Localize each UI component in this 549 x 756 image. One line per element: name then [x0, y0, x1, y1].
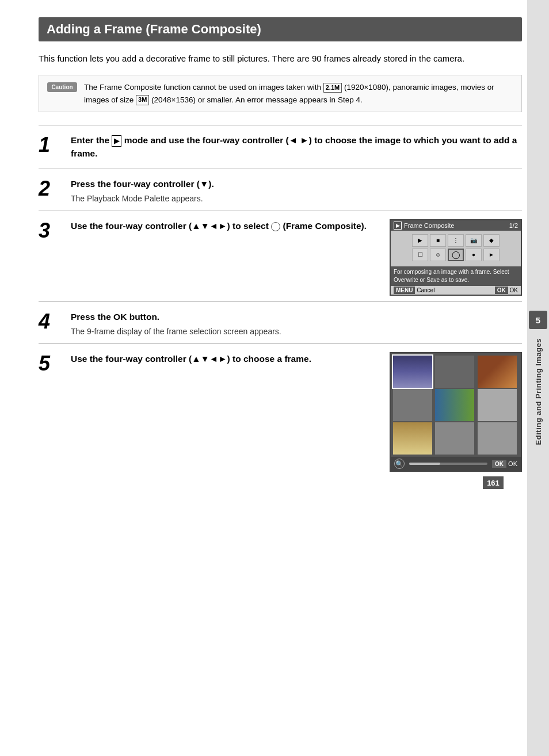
- fs-cell-5: [435, 389, 474, 421]
- step-3-content: Use the four-way controller (▲▼◄►) to se…: [71, 219, 522, 296]
- page-number: 161: [483, 476, 504, 489]
- fs-frame-5: [435, 389, 474, 421]
- fs-frame-6: [478, 389, 517, 421]
- fc-cell-frame-selected: ◯: [448, 249, 464, 261]
- step-2-title: Press the four-way controller (▼).: [71, 177, 522, 190]
- step-4: 4 Press the OK button. The 9-frame displ…: [39, 301, 522, 343]
- fc-menu-label: MENU Cancel: [394, 287, 434, 293]
- frame-composite-screenshot: ▶ Frame Composite 1/2 ▶ ■ ⋮ 📷 ◆: [390, 219, 522, 296]
- fc-cell-r4: ●: [466, 249, 482, 261]
- fc-title-left: ▶ Frame Composite: [394, 222, 454, 230]
- intro-text: This function lets you add a decorative …: [39, 52, 522, 66]
- fc-caption: For composing an image with a frame. Sel…: [391, 266, 521, 286]
- fs-cell-1: [393, 356, 432, 388]
- fs-ok-btn: OK: [492, 460, 506, 468]
- fs-cell-7: [393, 422, 432, 455]
- fs-frame-7: [393, 422, 432, 455]
- fs-grid: [391, 353, 521, 457]
- step-5-body: Use the four-way controller (▲▼◄►) to ch…: [71, 352, 522, 472]
- fc-cell-r2: ☺: [430, 249, 446, 261]
- step-3-title: Use the four-way controller (▲▼◄►) to se…: [71, 219, 378, 232]
- fs-footer: 🔍 OK OK: [391, 457, 521, 471]
- fc-cell-diamond: ◆: [483, 234, 500, 247]
- chapter-label: Editing and Printing Images: [534, 338, 543, 445]
- fc-cancel-label: Cancel: [417, 287, 434, 293]
- fc-play-icon: ▶: [394, 222, 402, 230]
- fs-frame-1: [393, 356, 432, 388]
- step-3-number: 3: [39, 220, 64, 241]
- fs-cell-2: [435, 356, 474, 388]
- page-title: Adding a Frame (Frame Composite): [39, 17, 522, 41]
- step-5: 5 Use the four-way controller (▲▼◄►) to …: [39, 343, 522, 478]
- fc-titlebar: ▶ Frame Composite 1/2: [391, 220, 521, 231]
- fc-cell-play: ▶: [412, 234, 428, 247]
- fs-frame-2: [435, 356, 474, 388]
- step-4-content: Press the OK button. The 9-frame display…: [71, 310, 522, 338]
- step-1-title: Enter the ▶ mode and use the four-way co…: [71, 133, 522, 161]
- step-1: 1 Enter the ▶ mode and use the four-way …: [39, 125, 522, 169]
- step-4-number: 4: [39, 311, 64, 332]
- step-5-title: Use the four-way controller (▲▼◄►) to ch…: [71, 352, 378, 365]
- fs-ok-text: OK: [508, 460, 517, 467]
- fc-row-1: ▶ ■ ⋮ 📷 ◆: [393, 234, 518, 247]
- fs-frame-9: [478, 422, 517, 455]
- caution-text: The Frame Composite function cannot be u…: [84, 81, 513, 106]
- step-5-text: Use the four-way controller (▲▼◄►) to ch…: [71, 352, 378, 368]
- step-5-content: Use the four-way controller (▲▼◄►) to ch…: [71, 352, 522, 472]
- page-container: Adding a Frame (Frame Composite) This fu…: [16, 0, 533, 501]
- fs-cell-8: [435, 422, 474, 455]
- fs-cell-4: [393, 389, 432, 421]
- fs-cell-9: [478, 422, 517, 455]
- step-1-content: Enter the ▶ mode and use the four-way co…: [71, 133, 522, 163]
- fc-ok-label2: OK: [510, 287, 518, 293]
- badge-3m: 3M: [136, 95, 149, 105]
- fs-frame-8: [435, 422, 474, 455]
- step-3-text: Use the four-way controller (▲▼◄►) to se…: [71, 219, 378, 235]
- fc-cell-grid: ⋮: [448, 234, 464, 247]
- step-5-number: 5: [39, 353, 64, 374]
- fs-ok-area: OK OK: [492, 460, 517, 467]
- step-2-content: Press the four-way controller (▼). The P…: [71, 177, 522, 205]
- fc-ok-btn: OK: [495, 287, 508, 294]
- step-2-number: 2: [39, 178, 64, 199]
- fc-menu-btn: MENU: [394, 287, 415, 294]
- frame-select-screenshot: 🔍 OK OK: [390, 352, 522, 472]
- fc-cell-r5: ►: [483, 249, 500, 261]
- step-4-desc: The 9-frame display of the frame selecti…: [71, 326, 522, 338]
- magnify-icon: 🔍: [394, 459, 405, 469]
- badge-21m: 2.1M: [323, 83, 342, 93]
- step-4-title: Press the OK button.: [71, 310, 522, 323]
- fc-cell-square: ■: [430, 234, 446, 247]
- fc-grid: ▶ ■ ⋮ 📷 ◆ ☐ ☺ ◯: [391, 231, 521, 266]
- fc-cell-r1: ☐: [412, 249, 428, 261]
- fc-cell-print: 📷: [466, 234, 482, 247]
- fc-footer: MENU Cancel OK OK: [391, 286, 521, 295]
- fc-ok-area: OK OK: [495, 287, 518, 293]
- step-3: 3 Use the four-way controller (▲▼◄►) to …: [39, 211, 522, 301]
- fs-cell-3: [478, 356, 517, 388]
- fs-frame-4: [393, 389, 432, 421]
- step-2: 2 Press the four-way controller (▼). The…: [39, 169, 522, 211]
- fc-page-indicator: 1/2: [509, 222, 518, 229]
- fs-cell-6: [478, 389, 517, 421]
- caution-box: Caution The Frame Composite function can…: [39, 75, 522, 112]
- step-2-desc: The Playback Mode Palette appears.: [71, 193, 522, 205]
- fs-frame-3: [478, 356, 517, 388]
- fc-title-text: Frame Composite: [404, 222, 454, 229]
- caution-icon: Caution: [47, 82, 77, 92]
- step-1-number: 1: [39, 135, 64, 155]
- fc-row-2: ☐ ☺ ◯ ● ►: [393, 249, 518, 261]
- step-3-body: Use the four-way controller (▲▼◄►) to se…: [71, 219, 522, 296]
- fs-progress-bar: [405, 463, 492, 465]
